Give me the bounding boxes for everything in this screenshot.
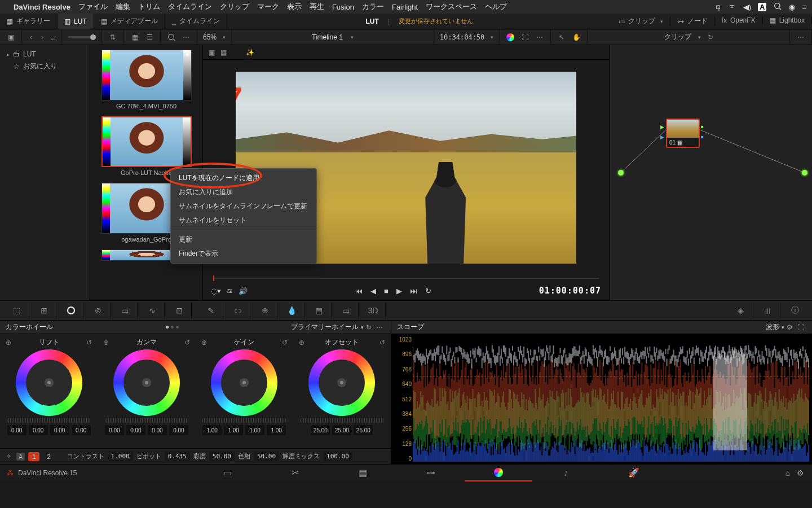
menu-playback[interactable]: 再生 bbox=[310, 2, 324, 12]
layers-icon[interactable]: ≋ bbox=[227, 287, 233, 295]
timecode[interactable]: 10:34:04:50 bbox=[440, 33, 484, 41]
nodes-toggle[interactable]: ⊶ノード bbox=[670, 16, 715, 26]
timecode-output[interactable]: 01:00:00:07 bbox=[539, 286, 601, 296]
waveform-scope[interactable]: 10238967686405123842561280 bbox=[391, 334, 812, 464]
menu-edit[interactable]: 編集 bbox=[116, 2, 130, 12]
wheel-value[interactable]: 1.00 bbox=[245, 425, 264, 435]
timeline-toggle[interactable]: ⎯タイムライン bbox=[165, 14, 227, 29]
clips-toggle[interactable]: ▭クリップ▾ bbox=[612, 16, 670, 26]
wheel-expand-icon[interactable]: ⊕ bbox=[6, 339, 11, 347]
breadcrumb[interactable]: ... bbox=[50, 33, 56, 41]
wheel-value[interactable]: 0.00 bbox=[50, 425, 69, 435]
bluetooth-icon[interactable]: ⚼ bbox=[716, 2, 721, 11]
menu-file[interactable]: ファイル bbox=[78, 2, 108, 12]
node-clip[interactable]: 01▦ bbox=[666, 119, 700, 148]
reverse-play-icon[interactable]: ◀ bbox=[370, 287, 376, 295]
gallery-toggle[interactable]: ▦ギャラリー bbox=[0, 14, 58, 29]
menu-fusion[interactable]: Fusion bbox=[332, 3, 354, 11]
wheel-expand-icon[interactable]: ⊕ bbox=[299, 339, 304, 347]
key-icon[interactable]: ▭ bbox=[334, 303, 359, 318]
menu-timeline[interactable]: タイムライン bbox=[168, 2, 212, 12]
more-icon[interactable]: ⋯ bbox=[535, 32, 545, 42]
menu-fairlight[interactable]: Fairlight bbox=[392, 3, 418, 11]
node-more-icon[interactable]: ⋯ bbox=[796, 32, 806, 42]
wheel-value[interactable]: 0.00 bbox=[148, 425, 167, 435]
page-media[interactable]: ▭ bbox=[194, 465, 262, 481]
next-clip-icon[interactable]: ⏭ bbox=[410, 287, 417, 295]
info-icon[interactable]: ⓘ bbox=[783, 303, 807, 318]
color-wheel[interactable] bbox=[16, 349, 82, 416]
loop-icon[interactable]: ↻ bbox=[425, 287, 431, 295]
prev-clip-icon[interactable]: ⏮ bbox=[355, 287, 363, 295]
grid-icon[interactable]: ▦ bbox=[220, 49, 227, 56]
color-warper-icon[interactable]: ⊡ bbox=[167, 303, 192, 318]
hand-icon[interactable]: ✋ bbox=[571, 32, 581, 42]
gallery-item[interactable]: ★ GC 70%_4.MVI_0750 bbox=[94, 50, 199, 110]
auto-balance-icon[interactable]: ✧ bbox=[5, 453, 13, 460]
wheel-value[interactable]: 0.00 bbox=[105, 425, 124, 435]
scope-type-dropdown[interactable]: 波形▾ bbox=[766, 322, 784, 332]
hue-value[interactable]: 50.00 bbox=[254, 452, 279, 461]
menu-workspace[interactable]: ワークスペース bbox=[426, 2, 477, 12]
menu-apply-lut[interactable]: LUTを現在のノードに適用 bbox=[171, 171, 316, 185]
page-cut[interactable]: ✂ bbox=[262, 465, 329, 481]
wheel-value[interactable]: 0.00 bbox=[29, 425, 48, 435]
unmix-icon[interactable]: ◌▾ bbox=[211, 287, 221, 295]
page-dots[interactable] bbox=[166, 326, 179, 329]
app-name[interactable]: DaVinci Resolve bbox=[14, 3, 70, 11]
wifi-icon[interactable] bbox=[727, 2, 736, 12]
mute-icon[interactable]: 🔊 bbox=[239, 287, 248, 295]
wheel-scrub[interactable] bbox=[105, 418, 189, 423]
qualifier-icon[interactable]: ✎ bbox=[198, 303, 223, 318]
openfx-toggle[interactable]: fxOpenFX bbox=[715, 16, 763, 24]
notification-icon[interactable]: ≡ bbox=[802, 3, 806, 11]
gallery-item[interactable]: GoPro LUT Naeba bbox=[94, 116, 199, 176]
color-wheel-icon[interactable] bbox=[505, 32, 515, 42]
node-output-dot[interactable] bbox=[802, 170, 807, 176]
menu-clip[interactable]: クリップ bbox=[220, 2, 249, 12]
rgb-mixer-icon[interactable]: ⊚ bbox=[86, 303, 111, 318]
spotlight-icon[interactable] bbox=[773, 2, 782, 12]
sidebar-item-favorites[interactable]: ☆ お気に入り bbox=[2, 60, 87, 73]
saturation-value[interactable]: 50.00 bbox=[209, 452, 235, 461]
list-view-icon[interactable]: ☰ bbox=[144, 32, 155, 42]
wheel-mode-dropdown[interactable]: プライマリーホイール▾ bbox=[291, 322, 364, 332]
menu-view[interactable]: 表示 bbox=[287, 2, 302, 12]
page-deliver[interactable]: 🚀 bbox=[600, 465, 668, 481]
panel-more-icon[interactable]: ⋯ bbox=[374, 323, 385, 331]
pick-white-icon[interactable]: A bbox=[16, 453, 25, 461]
window-icon[interactable]: ⬭ bbox=[226, 303, 250, 318]
wheel-value[interactable]: 0.00 bbox=[72, 425, 91, 435]
wheel-reset-icon[interactable]: ↺ bbox=[282, 339, 288, 347]
expand-icon[interactable]: ⛶ bbox=[520, 32, 530, 42]
media-pool-toggle[interactable]: ▤メディアプール bbox=[94, 14, 165, 29]
sort-icon[interactable]: ⇅ bbox=[108, 32, 118, 42]
scope-expand-icon[interactable]: ⛶ bbox=[795, 323, 806, 331]
wheel-value[interactable]: 1.00 bbox=[224, 425, 243, 435]
sidebar-item-lut[interactable]: ▸ 🗀 LUT bbox=[2, 49, 87, 60]
page-fairlight[interactable]: ♪ bbox=[532, 465, 600, 481]
options-icon[interactable]: ⋯ bbox=[181, 32, 191, 42]
color-match-icon[interactable]: ⊞ bbox=[32, 303, 56, 318]
menu-reveal-finder[interactable]: Finderで表示 bbox=[171, 247, 316, 261]
timeline-name[interactable]: Timeline 1 bbox=[312, 33, 343, 41]
wheel-value[interactable]: 1.00 bbox=[267, 425, 286, 435]
page-edit[interactable]: ▤ bbox=[329, 465, 397, 481]
menu-update-thumbnail[interactable]: サムネイルをタイムラインフレームで更新 bbox=[171, 199, 316, 213]
zoom-level[interactable]: 65% bbox=[203, 33, 217, 41]
page-fusion[interactable]: ⊶ bbox=[397, 465, 465, 481]
node-input-dot[interactable] bbox=[618, 170, 624, 176]
project-settings-icon[interactable]: ⚙ bbox=[797, 468, 804, 478]
node-dropdown[interactable]: クリップ bbox=[664, 32, 691, 42]
menu-color[interactable]: カラー bbox=[362, 2, 384, 12]
slider-track[interactable] bbox=[68, 36, 96, 38]
menu-trim[interactable]: トリム bbox=[138, 2, 160, 12]
pivot-value[interactable]: 0.435 bbox=[165, 452, 190, 461]
lightbox-toggle[interactable]: ▦Lightbox bbox=[763, 16, 812, 24]
contrast-value[interactable]: 1.000 bbox=[108, 452, 133, 461]
wheel-reset-icon[interactable]: ↺ bbox=[86, 339, 92, 347]
blur-icon[interactable]: ▤ bbox=[307, 303, 332, 318]
wheel-reset-icon[interactable]: ↺ bbox=[379, 339, 385, 347]
color-wheel[interactable] bbox=[308, 349, 375, 416]
search-icon[interactable] bbox=[166, 32, 176, 42]
